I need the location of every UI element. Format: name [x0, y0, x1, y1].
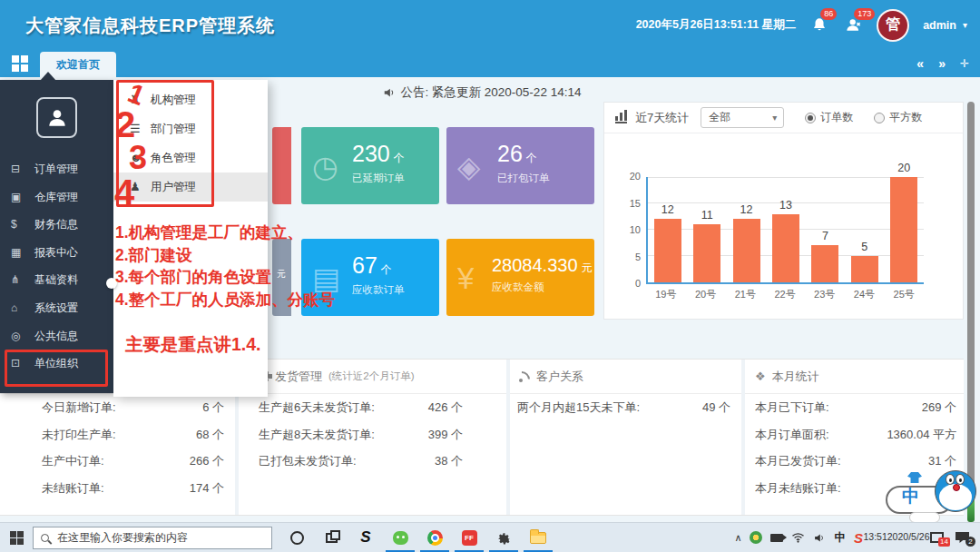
menu-button[interactable] — [0, 50, 40, 77]
header-datetime: 2020年5月26日13:51:11 星期二 — [636, 17, 796, 33]
taskbar-settings[interactable] — [486, 523, 521, 552]
sogou-tray-icon[interactable]: S — [854, 530, 863, 546]
tabs-scroll-left-icon[interactable]: « — [916, 56, 924, 71]
vertical-scrollbar[interactable] — [967, 102, 975, 499]
sidebar-item-report-chart[interactable]: ▦报表中心 — [0, 239, 113, 266]
bar-slot: 7 — [806, 177, 845, 282]
taskbar-apps: S FF — [279, 523, 555, 552]
y-axis-tick: 20 — [617, 171, 641, 182]
panel-title: 发货管理 — [275, 369, 322, 385]
volume-tray[interactable] — [813, 532, 826, 544]
start-button[interactable] — [0, 523, 33, 552]
cubes-icon: ❖ — [755, 370, 766, 383]
stat-card-document[interactable]: ▤67个应收款订单 — [301, 239, 439, 316]
sidebar-item-organization[interactable]: ⊡单位组织 — [0, 350, 113, 377]
sidebar-item-warehouse[interactable]: ▣仓库管理 — [0, 183, 113, 211]
submenu-item-label: 部门管理 — [151, 114, 196, 143]
avatar[interactable]: 管 — [877, 9, 909, 42]
stat-card-package[interactable]: ◈26个已打包订单 — [446, 127, 594, 204]
report-chart-icon: ▦ — [11, 239, 21, 266]
sidebar-panel: ⊟订单管理▣仓库管理$财务信息▦报表中心⋔基础资料⌂系统设置◎公共信息⊡单位组织 — [0, 80, 113, 393]
chart-title: 近7天统计 — [635, 110, 689, 126]
doraemon-eye-left — [946, 474, 955, 485]
username[interactable]: admin — [923, 19, 956, 32]
wifi-tray[interactable] — [791, 532, 805, 543]
card-value: 230 — [352, 141, 390, 166]
panel-2: 客户关系两个月内超15天未下单:49 个 — [510, 360, 741, 515]
ime-widget[interactable]: 中 — [882, 470, 978, 522]
stat-label: 生产中订单: — [42, 448, 104, 475]
select-caret-icon: ▾ — [772, 108, 777, 127]
basket-icon: ⊟ — [11, 155, 20, 182]
display-tray-icon[interactable] — [770, 534, 783, 542]
stat-row: 今日新增订单:6 个 — [0, 394, 235, 421]
stat-label: 生产超6天未发货订单: — [259, 394, 375, 421]
contacts-button[interactable]: 173 — [843, 15, 863, 35]
stat-value: 49 个 — [702, 394, 730, 421]
action-center-tray[interactable]: 2 — [956, 532, 969, 543]
bar-plot: 121112137520 — [646, 177, 924, 284]
taskbar-chrome[interactable] — [417, 523, 452, 552]
stat-card-yuan[interactable]: ¥28084.330元应收款金额 — [446, 239, 594, 316]
bar-slot: 5 — [845, 177, 884, 282]
ime-mode-label[interactable]: 中 — [902, 485, 919, 508]
card-value: 26 — [497, 141, 523, 166]
submenu-item-role-users[interactable]: ☻角色管理 — [113, 143, 268, 172]
submenu-item-user[interactable]: ♟用户管理 — [113, 172, 268, 202]
panel-divider — [506, 360, 510, 515]
fullscreen-icon[interactable]: ✛ — [960, 57, 969, 70]
stat-label: 今日新增订单: — [42, 394, 116, 421]
doraemon-nose — [953, 484, 960, 491]
x-axis-labels: 19号20号21号22号23号24号25号 — [646, 288, 924, 301]
stat-row: 生产超6天未发货订单:426 个 — [239, 394, 506, 421]
ime-shirt-icon[interactable] — [907, 472, 922, 483]
panel-header: 发货管理(统计近2个月订单) — [239, 360, 506, 394]
tabs-scroll-right-icon[interactable]: » — [938, 56, 946, 71]
contacts-badge: 173 — [854, 8, 875, 20]
sidebar-item-briefcase[interactable]: ⌂系统设置 — [0, 294, 113, 321]
antivirus-tray-icon[interactable] — [750, 531, 762, 544]
sidebar-item-basket[interactable]: ⊟订单管理 — [0, 155, 113, 182]
y-axis-tick: 0 — [617, 278, 641, 289]
tray-expand-icon[interactable]: ∧ — [734, 532, 741, 544]
clock-tray[interactable]: 13:51 2020/5/26 — [871, 531, 922, 543]
bar-value-label: 7 — [806, 230, 845, 242]
taskbar-cortana[interactable] — [279, 523, 314, 552]
taskbar-s-app[interactable]: S — [348, 523, 383, 552]
radio-square[interactable]: 平方数 — [874, 110, 922, 125]
stat-value: 38 个 — [435, 448, 463, 475]
stat-label: 两个月内超15天未下单: — [517, 394, 640, 421]
stat-card-clipped-red[interactable] — [272, 127, 291, 204]
notifications-tray[interactable]: 14 — [930, 532, 944, 543]
card-label: 应收款金额 — [492, 281, 593, 294]
taskbar-search[interactable] — [33, 527, 272, 549]
search-input[interactable] — [55, 530, 246, 545]
bar-slot: 20 — [885, 177, 924, 282]
panel-header: 客户关系 — [510, 360, 741, 394]
stat-row: 未打印生产单:68 个 — [0, 421, 235, 448]
taskbar-task-view[interactable] — [314, 523, 348, 552]
taskbar-file-explorer[interactable] — [521, 523, 555, 552]
submenu-item-institution[interactable]: ♜机构管理 — [113, 85, 268, 114]
taskbar-ff-app[interactable]: FF — [452, 523, 486, 552]
submenu-item-department-list[interactable]: ☰部门管理 — [113, 114, 268, 143]
card-label: 应收款订单 — [352, 283, 405, 297]
chevron-down-icon[interactable]: ▾ — [963, 20, 967, 30]
card-value-row: 28084.330元 — [492, 255, 593, 276]
screen: 大管家信息科技ERP管理系统 2020年5月26日13:51:11 星期二 86… — [0, 0, 980, 552]
notifications-button[interactable]: 86 — [809, 15, 829, 35]
document-icon: ▤ — [312, 262, 340, 292]
submenu-panel: ♜机构管理☰部门管理☻角色管理♟用户管理 — [113, 80, 268, 397]
taskbar-wechat[interactable] — [383, 523, 417, 552]
chart-filter-select[interactable]: 全部 ▾ — [701, 107, 784, 128]
ime-tray-indicator[interactable]: 中 — [834, 530, 846, 546]
stat-card-clock[interactable]: ◷230个已延期订单 — [301, 127, 439, 204]
sidebar-item-base-data[interactable]: ⋔基础资料 — [0, 266, 113, 293]
sidebar-item-label: 基础资料 — [34, 266, 78, 293]
sidebar-item-globe[interactable]: ◎公共信息 — [0, 322, 113, 350]
sidebar-item-dollar[interactable]: $财务信息 — [0, 211, 113, 238]
s-app-icon: S — [360, 528, 370, 547]
radio-orders[interactable]: 订单数 — [805, 110, 853, 125]
bar — [811, 245, 838, 282]
stat-card-clipped-gray[interactable]: 元 — [272, 239, 291, 316]
